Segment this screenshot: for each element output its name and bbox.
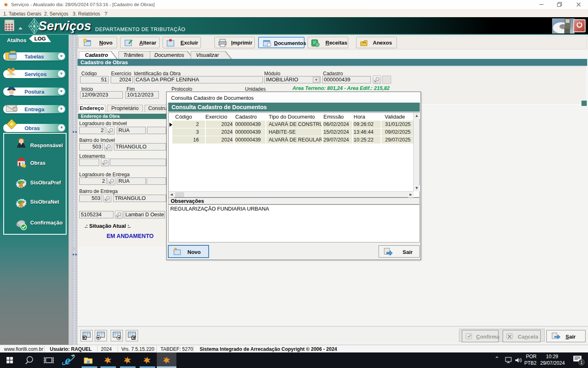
svg-text:e: e [65, 353, 70, 367]
svg-text:1: 1 [580, 360, 583, 365]
